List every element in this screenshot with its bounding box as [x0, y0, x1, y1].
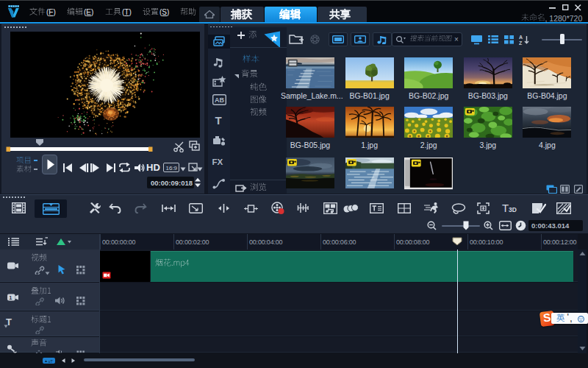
svg-text:1: 1 — [9, 294, 12, 301]
svg-text:A: A — [519, 35, 523, 40]
svg-text:uT: uT — [49, 358, 54, 363]
svg-text:Z: Z — [519, 40, 523, 46]
